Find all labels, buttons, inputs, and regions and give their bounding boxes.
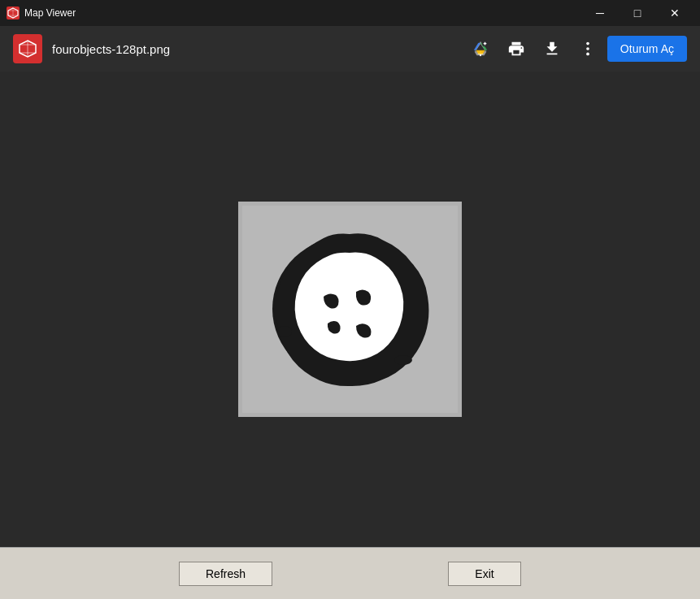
image-container	[238, 202, 462, 417]
app-bar: fourobjects-128pt.png	[0, 26, 700, 72]
svg-point-9	[586, 53, 589, 56]
refresh-button[interactable]: Refresh	[179, 562, 272, 586]
bottom-bar: Refresh Exit	[0, 547, 700, 599]
more-icon	[579, 40, 597, 58]
print-icon	[507, 40, 525, 58]
app-logo	[13, 34, 42, 63]
toolbar-actions: Oturum Aç	[464, 33, 687, 65]
window-controls: ─ □ ✕	[581, 0, 693, 26]
exit-button[interactable]: Exit	[448, 562, 521, 586]
download-button[interactable]	[536, 33, 568, 65]
main-content	[0, 72, 700, 547]
svg-point-19	[277, 326, 292, 337]
more-button[interactable]	[572, 33, 604, 65]
svg-point-8	[586, 47, 589, 50]
drive-icon	[472, 40, 489, 58]
print-button[interactable]	[500, 33, 533, 65]
map-image	[242, 206, 458, 413]
title-bar: Map Viewer ─ □ ✕	[0, 0, 700, 26]
title-bar-left: Map Viewer	[7, 7, 76, 20]
file-name: fourobjects-128pt.png	[52, 42, 454, 56]
app-icon	[7, 7, 20, 20]
close-button[interactable]: ✕	[656, 0, 693, 26]
maximize-button[interactable]: □	[619, 0, 656, 26]
svg-point-7	[586, 42, 589, 46]
download-icon	[543, 40, 561, 58]
minimize-button[interactable]: ─	[581, 0, 619, 26]
svg-point-20	[394, 355, 412, 365]
drive-button[interactable]	[464, 33, 497, 65]
login-button[interactable]: Oturum Aç	[607, 36, 687, 62]
window-title: Map Viewer	[24, 7, 76, 19]
svg-marker-1	[474, 43, 480, 50]
